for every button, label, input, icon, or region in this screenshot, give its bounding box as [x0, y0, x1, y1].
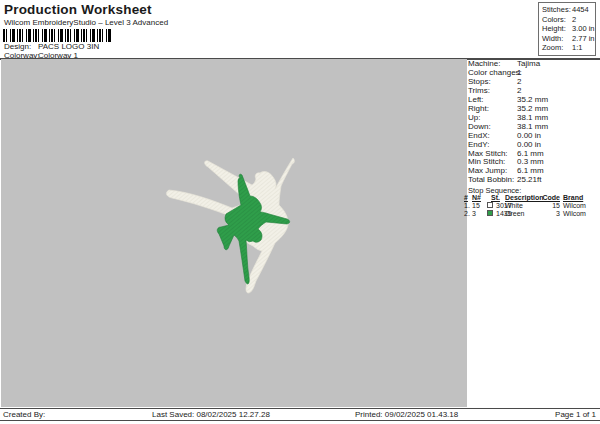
thread-swatch-white [487, 202, 493, 208]
page-title: Production Worksheet [4, 2, 152, 17]
thread-row: 2. 3 1435 Green 3 Wilcom [462, 210, 599, 218]
summary-row-height: Height:3.00 in [542, 24, 595, 34]
column-header-st: St. [491, 194, 500, 201]
footer-top-line [0, 408, 600, 409]
footer-created-by: Created By: [3, 410, 45, 419]
summary-row-zoom: Zoom:1:1 [542, 43, 595, 53]
stop-sequence-header-row: # N# St. Description Code Brand [462, 194, 599, 202]
machine-info-panel: Machine:Tajima Color changes:1 Stops:2 T… [468, 60, 598, 185]
footer-last-saved: Last Saved: 08/02/2025 12.27.28 [152, 410, 270, 419]
column-header-num: # [464, 194, 468, 201]
summary-row-colors: Colors:2 [542, 15, 595, 25]
stitch-summary-box: Stitches:4454 Colors:2 Height:3.00 in Wi… [538, 2, 596, 56]
ballerina-embroidery-design [160, 132, 305, 307]
thread-swatch-green [487, 210, 493, 216]
column-header-brand: Brand [563, 194, 583, 201]
summary-row-stitches: Stitches:4454 [542, 5, 595, 15]
app-subtitle: Wilcom EmbroideryStudio – Level 3 Advanc… [4, 18, 168, 27]
summary-row-width: Width:2.77 in [542, 34, 595, 44]
footer-bottom-line [0, 420, 600, 421]
column-header-code: Code [538, 194, 560, 201]
column-header-n: N# [472, 194, 481, 201]
design-label: Design: [4, 42, 38, 51]
footer-printed: Printed: 09/02/2025 01.43.18 [355, 410, 458, 419]
design-row: Design:PACS LOGO 3IN [4, 42, 99, 51]
design-barcode [3, 29, 112, 42]
design-value: PACS LOGO 3IN [38, 42, 99, 51]
thread-row: 1. 15 3017 White 15 Wilcom [462, 202, 599, 210]
machine-info-row: Total Bobbin:25.21ft [468, 176, 598, 185]
footer-page-number: Page 1 of 1 [555, 410, 596, 419]
stop-sequence-table: # N# St. Description Code Brand 1. 15 30… [462, 194, 599, 218]
